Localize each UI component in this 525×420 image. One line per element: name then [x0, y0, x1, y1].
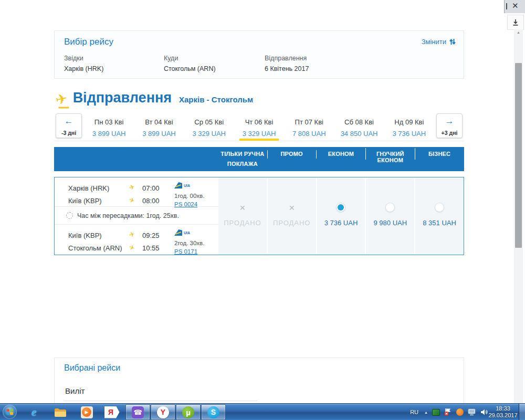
day-price: 3 329 UAH [234, 130, 284, 138]
date-carousel: ← -3 дні Пн 03 Кві 3 899 UAH Вт 04 Кві 3… [54, 112, 464, 141]
viber-button[interactable]: ☎ [125, 404, 150, 420]
fare-radio-selected[interactable] [336, 203, 345, 212]
segment-from-city: Харків (HRK) [68, 184, 109, 192]
title-bar-edge [506, 3, 507, 9]
media-player-icon[interactable]: ▶ [80, 405, 93, 419]
yandex-icon[interactable]: Я [104, 405, 120, 419]
page: ✕ ▲ Вибір рейсу Змінити Звідки Харків (H… [0, 0, 525, 420]
day-label: Пн 03 Кві [84, 118, 134, 126]
fare-radio[interactable] [435, 203, 444, 212]
day-price: 34 850 UAH [334, 130, 384, 138]
scroll-up-icon[interactable]: ▲ [514, 30, 523, 34]
utorrent-icon: µ [182, 406, 194, 418]
fare-class-econom: ЕКОНОМ [317, 147, 366, 171]
utorrent-button[interactable]: µ [176, 404, 201, 420]
date-tab-wed-05[interactable]: Ср 05 Кві 3 329 UAH [184, 112, 234, 141]
landing-icon: ✈ [128, 243, 136, 253]
segment-duration: 1год. 00хв. [174, 193, 204, 199]
fare-cell-flex-econom[interactable]: 9 980 UAH [366, 177, 414, 255]
close-icon[interactable]: ✕ [512, 1, 519, 10]
tray-expand-icon[interactable]: ▲ [424, 411, 428, 414]
display-tray-icon[interactable] [468, 408, 476, 416]
fare-cell-business[interactable]: 8 351 UAH [415, 177, 464, 255]
language-indicator[interactable]: RU [410, 409, 421, 415]
day-label: Ср 05 Кві [184, 118, 234, 126]
date-tab-sun-09[interactable]: Нд 09 Кві 3 736 UAH [384, 112, 434, 141]
day-price: 3 899 UAH [84, 130, 134, 138]
skype-button[interactable]: S [201, 404, 226, 420]
from-field: Звідки Харків (HRK) [64, 55, 103, 72]
day-price: 3 736 UAH [384, 130, 434, 138]
internet-explorer-icon[interactable]: e [27, 405, 41, 419]
airline-name: UIA [184, 231, 190, 235]
next-days-label: +3 дні [442, 130, 458, 136]
folder-icon[interactable] [54, 405, 67, 419]
download-icon [512, 19, 519, 26]
selected-flights-title: Вибрані рейси [64, 363, 120, 373]
change-label: Змінити [422, 38, 446, 46]
flight-result-card: Харків (HRK) Київ (KBP) ✈ ✈ 07:00 08:00 … [54, 177, 464, 255]
departure-date-field: Відправлення 6 Квітень 2017 [265, 55, 309, 72]
date-tab-thu-06-selected[interactable]: Чт 06 Кві 3 329 UAH [234, 112, 284, 141]
left-arrow-icon: ← [56, 115, 81, 128]
date-tab-sat-08[interactable]: Сб 08 Кві 34 850 UAH [334, 112, 384, 141]
download-button[interactable] [507, 15, 524, 30]
next-days-button[interactable]: → +3 дні [436, 113, 463, 138]
segment-duration: 2год. 30хв. [174, 240, 204, 246]
scrollbar[interactable]: ▲ [514, 29, 523, 403]
flight-number-link[interactable]: PS 0171 [174, 248, 197, 255]
nvidia-tray-icon[interactable] [432, 408, 440, 416]
date-tabs: Пн 03 Кві 3 899 UAH Вт 04 Кві 3 899 UAH … [84, 112, 434, 141]
segment-from-city: Київ (KBP) [68, 232, 102, 239]
show-desktop-button[interactable] [519, 404, 525, 420]
column-separator [365, 148, 366, 160]
day-label: Сб 08 Кві [334, 118, 384, 126]
day-label: Вт 04 Кві [134, 118, 184, 126]
day-price: 3 329 UAH [184, 130, 234, 138]
departure-time: 07:00 [142, 184, 160, 192]
fare-cell-hand-luggage-sold: × ПРОДАНО [218, 177, 267, 255]
departure-section-label: Виліт [65, 386, 85, 395]
prev-days-button[interactable]: ← -3 дні [56, 113, 82, 138]
avast-tray-icon[interactable] [456, 408, 464, 416]
selected-underline [239, 139, 279, 141]
taskbar: e ▶ Я ☎ Y µ S RU ▲ [0, 403, 525, 420]
arrival-time: 08:00 [142, 197, 160, 205]
skype-icon: S [207, 406, 219, 418]
sold-x-icon: × [289, 203, 295, 213]
transfer-time-icon [66, 212, 73, 219]
fare-price: 8 351 UAH [423, 219, 456, 227]
date-tab-mon-03[interactable]: Пн 03 Кві 3 899 UAH [84, 112, 134, 141]
trip-summary-panel: Вибір рейсу Змінити Звідки Харків (HRK) … [54, 30, 464, 79]
date-tab-fri-07[interactable]: Пт 07 Кві 7 808 UAH [284, 112, 334, 141]
scrollbar-thumb[interactable] [515, 63, 522, 248]
date-tab-tue-04[interactable]: Вт 04 Кві 3 899 UAH [134, 112, 184, 141]
column-separator [415, 148, 415, 160]
tray-date: 29.03.2017 [488, 412, 518, 419]
sold-label: ПРОДАНО [273, 219, 311, 227]
airline-logo-icon: UIA [174, 182, 190, 188]
departure-route: Харків - Стокгольм [179, 95, 253, 104]
sold-label: ПРОДАНО [224, 219, 261, 227]
start-button[interactable] [3, 405, 17, 419]
airline-logo-icon: UIA [174, 229, 190, 236]
fare-class-business: БІЗНЕС [415, 147, 464, 171]
landing-icon: ✈ [128, 196, 136, 205]
yandex-browser-button[interactable]: Y [151, 404, 175, 420]
fare-cells: × ПРОДАНО × ПРОДАНО 3 736 UAH 9 980 UAH … [218, 177, 464, 255]
change-button[interactable]: Змінити [422, 38, 456, 46]
action-center-icon[interactable] [444, 408, 452, 416]
viber-icon: ☎ [132, 406, 144, 418]
fare-cell-econom[interactable]: 3 736 UAH [317, 177, 365, 255]
clock[interactable]: 18:33 29.03.2017 [488, 405, 518, 419]
from-value: Харків (HRK) [64, 65, 103, 72]
volume-tray-icon[interactable] [480, 408, 488, 416]
airline-block: UIA 1год. 00хв. PS 0024 [174, 181, 204, 208]
airline-block: UIA 2год. 30хв. PS 0171 [174, 228, 204, 256]
fare-radio[interactable] [385, 203, 395, 212]
day-price: 7 808 UAH [284, 130, 334, 138]
sold-x-icon: × [239, 203, 245, 213]
departure-heading: ✈ Відправлення Харків - Стокгольм [56, 89, 253, 106]
fare-class-promo: ПРОМО [267, 147, 317, 171]
departure-date-value: 6 Квітень 2017 [265, 65, 309, 72]
